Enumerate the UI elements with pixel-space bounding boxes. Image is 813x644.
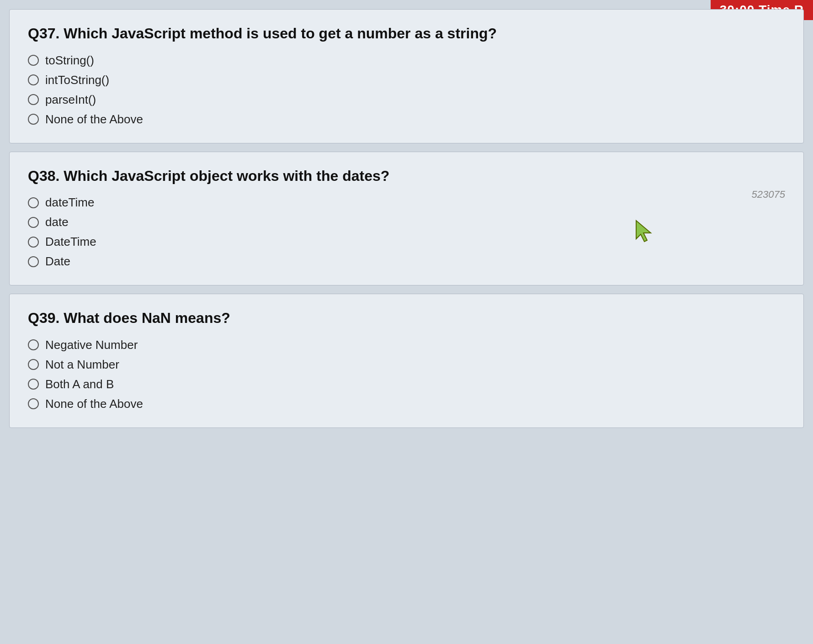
option-label-q39-c: Both A and B bbox=[45, 377, 114, 391]
option-label-q39-b: Not a Number bbox=[45, 358, 119, 372]
radio-q38-d[interactable] bbox=[28, 256, 39, 267]
option-label-q38-d: Date bbox=[45, 254, 70, 269]
options-list-q39: Negative Number Not a Number Both A and … bbox=[28, 338, 785, 411]
question-title-q39: Q39. What does NaN means? bbox=[28, 309, 785, 328]
radio-q38-a[interactable] bbox=[28, 197, 39, 208]
radio-q37-c[interactable] bbox=[28, 94, 39, 105]
option-label-q38-a: dateTime bbox=[45, 195, 94, 210]
radio-q39-a[interactable] bbox=[28, 339, 39, 350]
questions-container: Q37. Which JavaScript method is used to … bbox=[0, 5, 813, 454]
question-card-q38: Q38. Which JavaScript object works with … bbox=[9, 152, 804, 286]
option-q39-b[interactable]: Not a Number bbox=[28, 358, 785, 372]
option-q38-d[interactable]: Date bbox=[28, 254, 785, 269]
radio-q37-b[interactable] bbox=[28, 74, 39, 85]
radio-q37-a[interactable] bbox=[28, 55, 39, 66]
radio-q39-b[interactable] bbox=[28, 359, 39, 370]
badge-q38: 523075 bbox=[752, 189, 785, 201]
option-q38-b[interactable]: date bbox=[28, 215, 785, 229]
question-card-q39: Q39. What does NaN means? Negative Numbe… bbox=[9, 294, 804, 428]
option-q38-c[interactable]: DateTime bbox=[28, 235, 785, 249]
option-q39-c[interactable]: Both A and B bbox=[28, 377, 785, 391]
question-title-q37: Q37. Which JavaScript method is used to … bbox=[28, 24, 785, 43]
question-card-q37: Q37. Which JavaScript method is used to … bbox=[9, 9, 804, 143]
option-q38-a[interactable]: dateTime bbox=[28, 195, 785, 210]
radio-q38-c[interactable] bbox=[28, 237, 39, 248]
option-q39-a[interactable]: Negative Number bbox=[28, 338, 785, 352]
option-q37-d[interactable]: None of the Above bbox=[28, 112, 785, 127]
radio-q38-b[interactable] bbox=[28, 217, 39, 228]
option-label-q38-c: DateTime bbox=[45, 235, 96, 249]
option-q37-a[interactable]: toString() bbox=[28, 53, 785, 68]
option-label-q39-d: None of the Above bbox=[45, 397, 143, 411]
option-q37-b[interactable]: intToString() bbox=[28, 73, 785, 87]
options-list-q38: dateTime date DateTime Date bbox=[28, 195, 785, 269]
options-list-q37: toString() intToString() parseInt() None… bbox=[28, 53, 785, 127]
option-label-q39-a: Negative Number bbox=[45, 338, 138, 352]
option-q39-d[interactable]: None of the Above bbox=[28, 397, 785, 411]
radio-q37-d[interactable] bbox=[28, 114, 39, 125]
radio-q39-c[interactable] bbox=[28, 379, 39, 390]
option-label-q37-a: toString() bbox=[45, 53, 94, 68]
option-label-q37-c: parseInt() bbox=[45, 93, 96, 107]
question-title-q38: Q38. Which JavaScript object works with … bbox=[28, 167, 785, 186]
option-label-q38-b: date bbox=[45, 215, 69, 229]
option-q37-c[interactable]: parseInt() bbox=[28, 93, 785, 107]
radio-q39-d[interactable] bbox=[28, 398, 39, 409]
option-label-q37-b: intToString() bbox=[45, 73, 109, 87]
option-label-q37-d: None of the Above bbox=[45, 112, 143, 127]
